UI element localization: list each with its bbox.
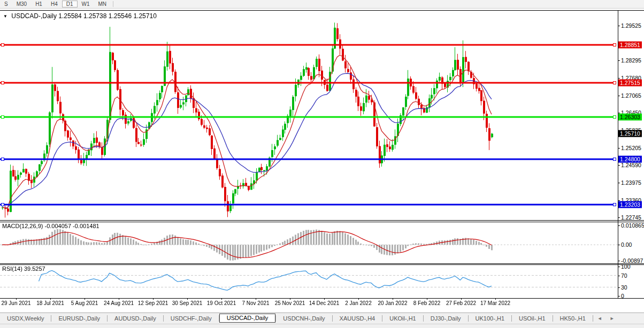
- price-tick-mark: [618, 96, 620, 96]
- rsi-tick-label: 30: [621, 284, 627, 291]
- chart-symbol-label: USDCAD-,Daily: [11, 12, 57, 20]
- date-tick-label: 8 Feb 2022: [413, 300, 441, 306]
- chart-tab-xauusd-h4[interactable]: XAUUSD-,H4: [333, 314, 382, 323]
- price-tick-mark: [618, 26, 620, 26]
- rsi-tick-label: 100: [621, 263, 631, 270]
- chart-ohlc-quote: 1.25584 1.25738 1.25546 1.25710: [58, 12, 157, 20]
- trading-terminal-window: SM30H1H4D1W1MN ▼ USDCAD-,Daily 1.25584 1…: [0, 0, 644, 328]
- price-badge: 1.28851: [618, 42, 642, 49]
- timeframe-button-mn[interactable]: MN: [94, 1, 111, 7]
- price-tick-label: 1.28295: [621, 57, 641, 64]
- date-tick-mark: [358, 298, 359, 300]
- rsi-tick-mark: [618, 287, 620, 288]
- macd-tick-label: 0.010865: [621, 222, 644, 229]
- tab-scroll-controls: ◄►: [597, 316, 615, 321]
- timeframe-button-w1[interactable]: W1: [78, 1, 94, 7]
- date-axis[interactable]: 29 Jun 202118 Jul 20215 Aug 202124 Aug 2…: [0, 299, 618, 313]
- macd-tick-mark: [618, 225, 620, 226]
- date-tick-mark: [256, 298, 256, 300]
- chart-tab-eurusd-daily[interactable]: EURUSD-,Daily: [51, 314, 107, 323]
- macd-tick-mark: [618, 245, 620, 245]
- date-tick-mark: [187, 298, 188, 300]
- date-tick-mark: [495, 298, 496, 300]
- chart-tab-audusd-daily[interactable]: AUDUSD-,Daily: [108, 314, 163, 323]
- panel-separator-1a[interactable]: [0, 220, 644, 221]
- panel-separator-2a[interactable]: [0, 263, 644, 264]
- macd-label: MACD(12,26,9) -0.004057 -0.001481: [2, 223, 99, 229]
- price-tick-mark: [618, 217, 620, 218]
- date-tick-mark: [119, 298, 119, 300]
- date-tick-label: 7 Nov 2021: [242, 300, 269, 306]
- timeframe-button-h1[interactable]: H1: [31, 1, 47, 7]
- rsi-indicator-canvas[interactable]: [0, 265, 618, 298]
- price-badge: 1.24800: [618, 156, 642, 163]
- chart-tab-usdchf-daily[interactable]: USDCHF-,Daily: [164, 314, 219, 323]
- date-tick-mark: [290, 298, 290, 300]
- tab-scroll-right-icon[interactable]: ►: [610, 316, 615, 321]
- price-badge: 1.27515: [618, 79, 642, 86]
- date-tick-mark: [393, 298, 393, 300]
- rsi-tick-mark: [618, 296, 620, 296]
- date-tick-label: 30 Sep 2021: [172, 300, 203, 306]
- rsi-tick-label: 0: [621, 293, 624, 299]
- date-tick-mark: [16, 298, 17, 300]
- date-tick-label: 2 Jan 2022: [345, 300, 372, 306]
- chart-tab-hk50-h1[interactable]: HK50-,H1: [553, 314, 593, 323]
- chart-tab-uk100-h1[interactable]: UK100-,H1: [469, 314, 511, 323]
- chart-tab-dj30-daily[interactable]: DJ30-,Daily: [424, 314, 468, 323]
- rsi-tick-mark: [618, 276, 620, 276]
- timeframe-button-m30[interactable]: M30: [12, 1, 31, 7]
- date-tick-mark: [221, 298, 222, 300]
- macd-tick-mark: [618, 261, 620, 261]
- rsi-label: RSI(14) 39.5257: [2, 265, 45, 272]
- date-tick-label: 24 Aug 2021: [104, 300, 134, 306]
- date-tick-mark: [461, 298, 462, 300]
- date-tick-mark: [50, 298, 51, 300]
- date-tick-mark: [427, 298, 427, 300]
- date-tick-mark: [324, 298, 325, 300]
- tab-scroll-left-icon[interactable]: ◄: [597, 316, 602, 321]
- chart-tab-usdx-weekly[interactable]: USDX,Weekly: [0, 314, 51, 323]
- price-badge: 1.25710: [618, 130, 642, 137]
- macd-tick-label: 0.00: [621, 241, 632, 248]
- price-tick-label: 1.29525: [621, 22, 641, 29]
- date-tick-label: 20 Jan 2022: [378, 300, 407, 306]
- price-badge: 1.23203: [618, 201, 642, 208]
- price-tick-mark: [618, 148, 620, 149]
- date-tick-mark: [153, 298, 154, 300]
- symbol-dropdown-icon[interactable]: ▼: [3, 14, 7, 19]
- date-tick-label: 29 Jun 2021: [1, 300, 30, 306]
- price-tick-mark: [618, 60, 620, 61]
- chart-tab-usdcad-daily[interactable]: USDCAD-,Daily: [219, 314, 276, 323]
- date-tick-label: 14 Dec 2021: [309, 300, 340, 306]
- chart-tab-ukoil-h1[interactable]: UKOil-,H1: [382, 314, 423, 323]
- date-tick-label: 25 Nov 2021: [275, 300, 305, 306]
- date-tick-label: 5 Aug 2021: [71, 300, 98, 306]
- chart-tab-usdcnh-daily[interactable]: USDCNH-,Daily: [276, 314, 332, 323]
- price-tick-label: 1.24590: [621, 162, 641, 168]
- price-tick-mark: [618, 78, 620, 79]
- main-price-chart-canvas[interactable]: [0, 11, 618, 220]
- date-tick-label: 19 Oct 2021: [207, 300, 236, 306]
- rsi-tick-label: 70: [621, 272, 627, 279]
- timeframe-button-d1[interactable]: D1: [62, 1, 78, 7]
- timeframe-toolbar: SM30H1H4D1W1MN: [0, 0, 644, 9]
- date-tick-mark: [85, 298, 85, 300]
- timeframe-button-s[interactable]: S: [0, 1, 12, 7]
- chart-tab-bar: USDX,WeeklyEURUSD-,DailyAUDUSD-,DailyUSD…: [0, 313, 644, 324]
- tab-separator: [593, 315, 593, 322]
- date-tick-label: 18 Jul 2021: [36, 300, 64, 306]
- rsi-tick-mark: [618, 267, 620, 267]
- price-tick-label: 1.22745: [621, 214, 641, 221]
- price-tick-mark: [618, 183, 620, 183]
- price-tick-label: 1.23975: [621, 179, 641, 186]
- toolbar-separator: [113, 1, 113, 7]
- chart-title: ▼ USDCAD-,Daily 1.25584 1.25738 1.25546 …: [3, 12, 157, 20]
- date-tick-label: 17 Mar 2022: [480, 300, 510, 306]
- chart-tab-usoil-h1[interactable]: USOil-,H1: [512, 314, 553, 323]
- price-tick-label: 1.25205: [621, 145, 641, 151]
- price-axis-border: [618, 10, 618, 298]
- date-tick-label: 12 Sep 2021: [138, 300, 168, 306]
- price-tick-label: 1.27065: [621, 92, 641, 99]
- timeframe-button-h4[interactable]: H4: [47, 1, 62, 7]
